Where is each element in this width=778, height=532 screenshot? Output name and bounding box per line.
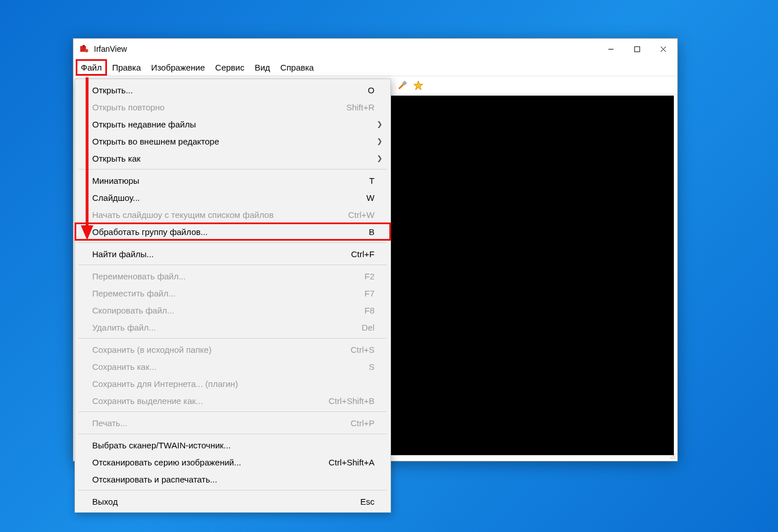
menubar: ФайлПравкаИзображениеСервисВидСправка [73,59,677,76]
menu-item-shortcut: Ctrl+S [351,345,374,354]
menu-item-выход[interactable]: ВыходEsc [75,493,390,510]
menu-separator [79,265,387,265]
settings-icon[interactable] [396,79,409,92]
menu-item-открыть-как[interactable]: Открыть как❯ [75,150,390,167]
svg-line-53 [674,458,676,459]
svg-rect-1 [83,45,85,47]
chevron-right-icon: ❯ [377,154,382,162]
menu-item-label: Открыть повторно [92,102,335,112]
chevron-right-icon: ❯ [377,120,382,128]
menu-item-shortcut: T [369,176,374,185]
menu-item-слайдшоу[interactable]: Слайдшоу...W [75,189,390,206]
menu-item-label: Начать слайдшоу с текущим списком файлов [92,210,337,220]
file-menu-dropdown: Открыть...OОткрыть повторноShift+RОткрыт… [75,79,391,513]
menu-item-открыть[interactable]: Открыть...O [75,81,390,98]
menu-separator [79,338,387,339]
svg-line-48 [399,84,404,89]
menu-item-label: Открыть во внешнем редакторе [92,137,374,146]
menu-item-миниатюры[interactable]: МиниатюрыT [75,172,390,189]
menu-item-обработать-группу-файлов[interactable]: Обработать группу файлов...B [75,223,390,240]
menu-item-сохранить-для-интернета-плагин: Сохранить для Интернета... (плагин) [75,375,390,392]
close-button[interactable] [650,40,676,58]
menu-item-label: Отсканировать серию изображений... [92,457,317,467]
menu-item-shortcut: B [369,227,374,237]
menu-item-shortcut: Ctrl+Shift+A [328,457,374,467]
menu-item-shortcut: Shift+R [346,102,374,112]
menu-item-label: Сохранить для Интернета... (плагин) [92,379,374,389]
menu-item-label: Открыть недавние файлы [92,119,374,129]
about-icon[interactable] [411,79,425,92]
menu-item-label: Сохранить (в исходной папке) [92,345,339,354]
menu-item-скопировать-файл: Скопировать файл...F8 [75,302,390,319]
menu-item-сохранить-в-исходной-папке: Сохранить (в исходной папке)Ctrl+S [75,341,390,358]
menu-item-label: Найти файлы... [92,249,340,259]
menu-separator [79,490,387,490]
menu-item-открыть-повторно: Открыть повторноShift+R [75,98,390,116]
menu-item-shortcut: O [368,85,374,95]
menu-item-label: Сохранить выделение как... [92,396,317,406]
resize-grip-icon[interactable] [668,452,676,460]
menu-item-открыть-недавние-файлы[interactable]: Открыть недавние файлы❯ [75,116,390,133]
menu-item-label: Открыть... [92,85,356,95]
svg-marker-50 [414,81,423,90]
menu-item-отсканировать-и-распечатать[interactable]: Отсканировать и распечатать... [75,471,390,488]
menu-separator [79,434,387,434]
menu-item-label: Слайдшоу... [92,193,355,203]
menu-separator [79,411,387,412]
menu-item-переместить-файл: Переместить файл...F7 [75,284,390,302]
menu-item-shortcut: Esc [360,497,374,506]
menu-item-label: Обработать группу файлов... [92,227,357,237]
menu-item-печать: Печать...Ctrl+P [75,414,390,431]
menu-item-сохранить-выделение-как: Сохранить выделение как...Ctrl+Shift+B [75,392,390,409]
chevron-right-icon: ❯ [377,137,382,145]
menu-item-label: Открыть как [92,154,374,163]
svg-rect-4 [635,47,640,52]
menu-item-сохранить-как: Сохранить как...S [75,358,390,375]
menu-item-label: Скопировать файл... [92,306,353,315]
menu-item-shortcut: S [369,362,374,372]
menu-item-label: Печать... [92,418,339,428]
menu-item-shortcut: Ctrl+F [351,249,374,259]
menu-item-shortcut: Ctrl+W [348,210,374,220]
menu-item-shortcut: F2 [364,271,374,281]
menu-item-label: Выход [92,497,349,506]
app-title: IrfanView [94,44,127,53]
menu-item-открыть-во-внешнем-редакторе[interactable]: Открыть во внешнем редакторе❯ [75,133,390,150]
menu-item-отсканировать-серию-изображений[interactable]: Отсканировать серию изображений...Ctrl+S… [75,453,390,471]
titlebar[interactable]: IrfanView [73,39,677,59]
menu-item-shortcut: F7 [364,288,374,298]
menu-изображение[interactable]: Изображение [146,59,211,76]
menu-item-label: Сохранить как... [92,362,357,372]
menu-item-shortcut: Del [361,323,374,332]
menu-вид[interactable]: Вид [249,59,275,76]
menu-правка[interactable]: Правка [107,59,146,76]
menu-item-переименовать-файл: Переименовать файл...F2 [75,267,390,284]
menu-item-label: Переместить файл... [92,288,353,298]
svg-point-2 [85,49,88,52]
menu-item-shortcut: Ctrl+Shift+B [328,396,374,406]
menu-item-label: Отсканировать и распечатать... [92,475,374,484]
menu-item-shortcut: W [367,193,374,203]
minimize-button[interactable] [598,40,624,58]
menu-файл[interactable]: Файл [76,59,107,76]
menu-item-shortcut: F8 [364,306,374,315]
menu-item-найти-файлы[interactable]: Найти файлы...Ctrl+F [75,245,390,262]
menu-item-выбрать-сканер-twain-источник[interactable]: Выбрать сканер/TWAIN-источник... [75,436,390,453]
menu-item-удалить-файл: Удалить файл...Del [75,319,390,336]
menu-item-shortcut: Ctrl+P [351,418,374,428]
menu-item-начать-слайдшоу-с-текущим-списком-файлов: Начать слайдшоу с текущим списком файлов… [75,206,390,223]
menu-справка[interactable]: Справка [275,59,319,76]
menu-сервис[interactable]: Сервис [210,59,249,76]
app-icon [79,44,89,54]
menu-separator [79,242,387,243]
menu-item-label: Переименовать файл... [92,271,353,281]
menu-separator [79,169,387,170]
menu-item-label: Удалить файл... [92,323,350,332]
menu-item-label: Миниатюры [92,176,358,185]
menu-item-label: Выбрать сканер/TWAIN-источник... [92,440,374,450]
maximize-button[interactable] [624,40,650,58]
